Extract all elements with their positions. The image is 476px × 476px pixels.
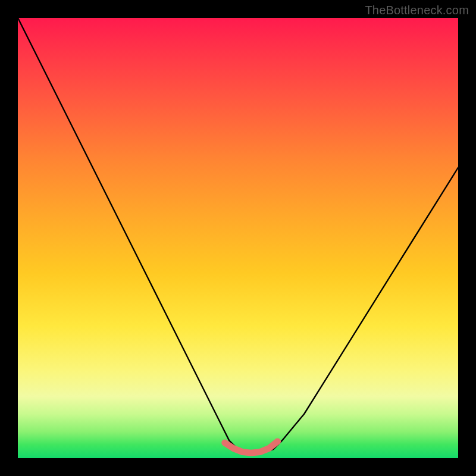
chart-svg (18, 18, 458, 458)
watermark-text: TheBottleneck.com (365, 4, 469, 17)
bottleneck-curve-path (18, 18, 458, 454)
plot-area (18, 18, 458, 458)
chart-frame: TheBottleneck.com (0, 0, 476, 476)
